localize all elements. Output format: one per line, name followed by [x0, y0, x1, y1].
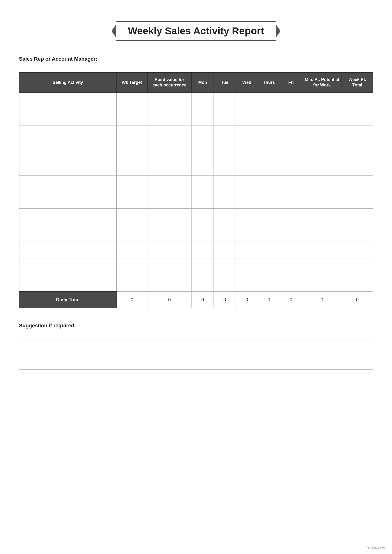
cell-week-pt[interactable]	[342, 175, 373, 192]
cell-tue[interactable]	[214, 209, 236, 225]
cell-fri[interactable]	[280, 242, 302, 258]
cell-tue[interactable]	[214, 175, 236, 192]
cell-point-value[interactable]	[147, 159, 191, 175]
cell-point-value[interactable]	[147, 142, 191, 159]
cell-min-pt[interactable]	[302, 175, 342, 192]
cell-week-pt[interactable]	[342, 209, 373, 225]
cell-thurs[interactable]	[258, 93, 280, 109]
suggestion-line-4[interactable]	[19, 384, 373, 384]
suggestion-line-1[interactable]	[19, 341, 373, 341]
cell-mon[interactable]	[191, 225, 214, 242]
cell-wed[interactable]	[236, 258, 258, 275]
cell-fri[interactable]	[280, 142, 302, 159]
cell-tue[interactable]	[214, 126, 236, 142]
cell-wk-target[interactable]	[116, 175, 147, 192]
cell-activity[interactable]	[19, 126, 116, 142]
cell-wed[interactable]	[236, 109, 258, 126]
cell-tue[interactable]	[214, 225, 236, 242]
cell-min-pt[interactable]	[302, 209, 342, 225]
cell-wk-target[interactable]	[116, 93, 147, 109]
cell-wed[interactable]	[236, 275, 258, 291]
cell-fri[interactable]	[280, 126, 302, 142]
cell-min-pt[interactable]	[302, 258, 342, 275]
cell-week-pt[interactable]	[342, 126, 373, 142]
cell-min-pt[interactable]	[302, 93, 342, 109]
cell-thurs[interactable]	[258, 192, 280, 209]
cell-point-value[interactable]	[147, 126, 191, 142]
cell-week-pt[interactable]	[342, 109, 373, 126]
cell-mon[interactable]	[191, 142, 214, 159]
cell-week-pt[interactable]	[342, 242, 373, 258]
suggestion-line-2[interactable]	[19, 355, 373, 355]
cell-thurs[interactable]	[258, 242, 280, 258]
cell-min-pt[interactable]	[302, 126, 342, 142]
cell-activity[interactable]	[19, 175, 116, 192]
cell-wk-target[interactable]	[116, 258, 147, 275]
cell-tue[interactable]	[214, 142, 236, 159]
cell-min-pt[interactable]	[302, 192, 342, 209]
cell-wed[interactable]	[236, 126, 258, 142]
cell-wk-target[interactable]	[116, 225, 147, 242]
cell-mon[interactable]	[191, 192, 214, 209]
cell-thurs[interactable]	[258, 159, 280, 175]
cell-thurs[interactable]	[258, 109, 280, 126]
cell-min-pt[interactable]	[302, 159, 342, 175]
cell-mon[interactable]	[191, 175, 214, 192]
cell-mon[interactable]	[191, 159, 214, 175]
cell-activity[interactable]	[19, 258, 116, 275]
cell-fri[interactable]	[280, 209, 302, 225]
cell-point-value[interactable]	[147, 109, 191, 126]
cell-mon[interactable]	[191, 275, 214, 291]
cell-activity[interactable]	[19, 192, 116, 209]
cell-fri[interactable]	[280, 93, 302, 109]
cell-fri[interactable]	[280, 192, 302, 209]
cell-thurs[interactable]	[258, 209, 280, 225]
cell-activity[interactable]	[19, 142, 116, 159]
cell-point-value[interactable]	[147, 225, 191, 242]
cell-tue[interactable]	[214, 258, 236, 275]
cell-mon[interactable]	[191, 258, 214, 275]
cell-wk-target[interactable]	[116, 126, 147, 142]
cell-wed[interactable]	[236, 142, 258, 159]
cell-thurs[interactable]	[258, 142, 280, 159]
cell-activity[interactable]	[19, 242, 116, 258]
cell-fri[interactable]	[280, 109, 302, 126]
cell-fri[interactable]	[280, 258, 302, 275]
cell-thurs[interactable]	[258, 126, 280, 142]
cell-thurs[interactable]	[258, 275, 280, 291]
cell-activity[interactable]	[19, 275, 116, 291]
cell-week-pt[interactable]	[342, 258, 373, 275]
cell-activity[interactable]	[19, 93, 116, 109]
cell-point-value[interactable]	[147, 275, 191, 291]
cell-min-pt[interactable]	[302, 275, 342, 291]
cell-wed[interactable]	[236, 175, 258, 192]
cell-week-pt[interactable]	[342, 142, 373, 159]
cell-wed[interactable]	[236, 209, 258, 225]
cell-min-pt[interactable]	[302, 242, 342, 258]
suggestion-line-3[interactable]	[19, 369, 373, 370]
cell-wk-target[interactable]	[116, 275, 147, 291]
cell-thurs[interactable]	[258, 225, 280, 242]
cell-week-pt[interactable]	[342, 225, 373, 242]
cell-mon[interactable]	[191, 209, 214, 225]
cell-activity[interactable]	[19, 109, 116, 126]
cell-mon[interactable]	[191, 126, 214, 142]
cell-wk-target[interactable]	[116, 109, 147, 126]
cell-point-value[interactable]	[147, 192, 191, 209]
cell-point-value[interactable]	[147, 209, 191, 225]
cell-week-pt[interactable]	[342, 159, 373, 175]
cell-tue[interactable]	[214, 242, 236, 258]
cell-wk-target[interactable]	[116, 209, 147, 225]
cell-mon[interactable]	[191, 93, 214, 109]
cell-mon[interactable]	[191, 242, 214, 258]
cell-activity[interactable]	[19, 225, 116, 242]
cell-wed[interactable]	[236, 225, 258, 242]
cell-wk-target[interactable]	[116, 142, 147, 159]
cell-wk-target[interactable]	[116, 242, 147, 258]
cell-wed[interactable]	[236, 192, 258, 209]
cell-thurs[interactable]	[258, 258, 280, 275]
cell-fri[interactable]	[280, 175, 302, 192]
cell-tue[interactable]	[214, 93, 236, 109]
cell-wk-target[interactable]	[116, 159, 147, 175]
cell-week-pt[interactable]	[342, 275, 373, 291]
